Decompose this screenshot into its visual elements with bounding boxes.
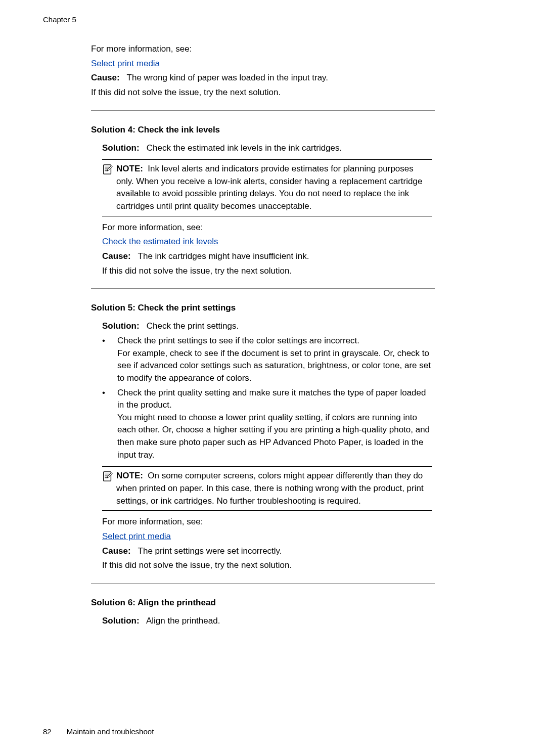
- solution-label: Solution:: [102, 143, 140, 153]
- solution-6-heading: Solution 6: Align the printhead: [91, 598, 432, 608]
- note-label: NOTE:: [116, 164, 143, 173]
- cause-label: Cause:: [91, 73, 120, 82]
- unsolved-text: If this did not solve the issue, try the…: [102, 265, 432, 278]
- bullet-dot: •: [102, 387, 117, 462]
- cause-label: Cause:: [102, 251, 131, 261]
- page-footer: 82Maintain and troubleshoot: [43, 727, 154, 736]
- note-icon: [102, 471, 113, 482]
- check-ink-levels-link[interactable]: Check the estimated ink levels: [102, 237, 218, 246]
- bullet-text: Check the print quality setting and make…: [117, 387, 432, 412]
- note-text: Ink level alerts and indicators provide …: [116, 164, 422, 211]
- note-icon: [102, 164, 113, 175]
- solution-text: Align the printhead.: [146, 616, 220, 626]
- more-info-text: For more information, see:: [91, 43, 432, 56]
- list-item: • Check the print settings to see if the…: [102, 335, 432, 385]
- select-print-media-link[interactable]: Select print media: [91, 59, 160, 68]
- note-text: On some computer screens, colors might a…: [116, 471, 424, 505]
- section-divider: [91, 583, 435, 584]
- solution-label: Solution:: [102, 321, 140, 331]
- page-number: 82: [43, 727, 52, 736]
- solution-text: Check the print settings.: [147, 321, 239, 331]
- bullet-text: Check the print settings to see if the c…: [117, 335, 432, 347]
- unsolved-text: If this did not solve the issue, try the…: [91, 86, 432, 99]
- bullet-text: For example, check to see if the documen…: [117, 347, 432, 385]
- solution-label: Solution:: [102, 616, 140, 626]
- select-print-media-link[interactable]: Select print media: [102, 531, 171, 541]
- solution-text: Check the estimated ink levels in the in…: [147, 143, 342, 153]
- solution-5-heading: Solution 5: Check the print settings: [91, 303, 432, 313]
- more-info-text: For more information, see:: [102, 516, 432, 528]
- cause-label: Cause:: [102, 546, 131, 556]
- section-divider: [91, 110, 435, 111]
- solution-4-heading: Solution 4: Check the ink levels: [91, 125, 432, 135]
- note-label: NOTE:: [116, 471, 143, 480]
- note-box: NOTE: On some computer screens, colors m…: [102, 466, 432, 511]
- list-item: • Check the print quality setting and ma…: [102, 387, 432, 462]
- more-info-text: For more information, see:: [102, 221, 432, 234]
- chapter-header: Chapter 5: [43, 15, 76, 24]
- cause-text: The print settings were set incorrectly.: [138, 546, 282, 556]
- cause-text: The ink cartridges might have insufficie…: [138, 251, 309, 261]
- note-box: NOTE: Ink level alerts and indicators pr…: [102, 159, 432, 216]
- section-divider: [91, 288, 435, 289]
- bullet-text: You might need to choose a lower print q…: [117, 412, 432, 462]
- bullet-dot: •: [102, 335, 117, 385]
- cause-text: The wrong kind of paper was loaded in th…: [127, 73, 328, 82]
- unsolved-text: If this did not solve the issue, try the…: [102, 559, 432, 572]
- footer-title: Maintain and troubleshoot: [67, 727, 154, 736]
